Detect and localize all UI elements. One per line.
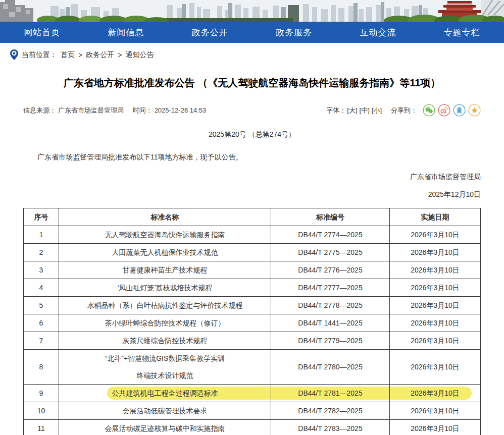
- font-size-small-button[interactable]: [小]: [372, 106, 382, 115]
- breadcrumb-separator: >: [118, 51, 122, 59]
- standards-table: 序号 标准名称 标准编号 实施日期 1 无人驾驶航空器海岛快件运输服务指南 DB…: [23, 208, 481, 435]
- cell-standard-name: 水稻品种（系）白叶枯病抗性鉴定与评价技术规程: [59, 297, 271, 314]
- time-value: 2025-12-26 14:53: [155, 106, 207, 114]
- breadcrumb-label: 当前位置：: [22, 50, 57, 60]
- nav-item-special-columns[interactable]: 专题专栏: [420, 22, 504, 43]
- cell-standard-code: DB44/T 2774—2025: [271, 226, 390, 244]
- weibo-share-icon[interactable]: [438, 104, 450, 117]
- table-row: 5 水稻品种（系）白叶枯病抗性鉴定与评价技术规程 DB44/T 2778—202…: [24, 297, 481, 314]
- table-row: 2 大田蔬菜无人机植保作业技术规范 DB44/T 2775—2025 2026年…: [24, 244, 481, 261]
- font-size-medium-button[interactable]: [中]: [360, 106, 370, 115]
- standards-table-body: 1 无人驾驶航空器海岛快件运输服务指南 DB44/T 2774—2025 202…: [24, 226, 481, 435]
- issue-date: 2025年12月10日: [23, 190, 481, 199]
- cell-impl-date: 2026年3月10日: [390, 402, 481, 420]
- article-meta: 信息来源：广东省市场监督管理局 时间：2025-12-26 14:53 字体： …: [23, 104, 481, 117]
- article: 广东省地方标准批准发布公告 （《无人驾驶航空器海岛快件运输服务指南》等11项） …: [0, 76, 504, 435]
- font-and-share-controls: 字体： [大] [中] [小] 分享到：: [326, 104, 481, 117]
- table-row: 7 灰茶尺蠖综合防控技术规程 DB44/T 2779—2025 2026年3月1…: [24, 332, 481, 350]
- breadcrumb-home[interactable]: 首页: [61, 50, 75, 60]
- cell-serial: 3: [24, 261, 59, 279]
- cell-serial: 11: [24, 420, 59, 435]
- nav-item-gov-services[interactable]: 政务服务: [252, 22, 336, 43]
- cell-serial: 10: [24, 402, 59, 420]
- document-number: 2025第20号 （总第274号）: [23, 130, 481, 139]
- cell-standard-code: DB44/T 2778—2025: [271, 297, 390, 314]
- source-label: 信息来源：: [23, 106, 56, 114]
- cell-standard-name: 无人驾驶航空器海岛快件运输服务指南: [59, 226, 271, 244]
- cell-standard-name: 大田蔬菜无人机植保作业技术规范: [59, 244, 271, 261]
- cell-serial: 9: [24, 385, 59, 402]
- favorite-star-icon[interactable]: [468, 104, 481, 117]
- cell-standard-name: 茶小绿叶蝉综合防控技术规程（修订）: [59, 314, 271, 332]
- table-row: 11 会展活动碳足迹核算与碳中和实施指南 DB44/T 2783—2025 20…: [24, 420, 481, 435]
- table-row: 4 ‘凤山红灯笼’荔枝栽培技术规程 DB44/T 2777—2025 2026年…: [24, 279, 481, 297]
- cell-impl-date: 2026年3月10日: [390, 279, 481, 297]
- cell-impl-date: 2026年3月10日: [390, 226, 481, 244]
- cell-impl-date: 2026年3月10日: [390, 350, 481, 385]
- time-label: 时间：: [133, 106, 153, 114]
- cell-impl-date: 2026年3月10日: [390, 297, 481, 314]
- cell-serial: 7: [24, 332, 59, 350]
- location-pin-icon: [10, 49, 18, 60]
- header-serial: 序号: [24, 208, 59, 226]
- font-size-large-button[interactable]: [大]: [347, 106, 357, 115]
- cell-impl-date: 2026年3月10日: [390, 244, 481, 261]
- article-source-time: 信息来源：广东省市场监督管理局 时间：2025-12-26 14:53: [23, 106, 208, 115]
- table-row: 9 公共建筑机电工程全过程调适标准 DB44/T 2781—2025 2026年…: [24, 385, 481, 402]
- cell-standard-code: DB44/T 2782—2025: [271, 402, 390, 420]
- main-nav: 网站首页 新闻信息 政务公开 政务服务 互动交流 专题专栏: [0, 22, 504, 43]
- cell-impl-date: 2026年3月10日: [390, 332, 481, 350]
- cell-serial: 2: [24, 244, 59, 261]
- issuer-name: 广东省市场监督管理局: [23, 173, 481, 182]
- cell-standard-code: DB44/T 2775—2025: [271, 244, 390, 261]
- table-header-row: 序号 标准名称 标准编号 实施日期: [24, 208, 481, 226]
- cell-standard-name: ‘凤山红灯笼’荔枝栽培技术规程: [59, 279, 271, 297]
- source-value: 广东省市场监督管理局: [58, 106, 124, 114]
- breadcrumb-separator: >: [78, 51, 82, 59]
- city-skyline-graphic: [0, 0, 504, 22]
- header-impl-date: 实施日期: [390, 208, 481, 226]
- cell-standard-name: 灰茶尺蠖综合防控技术规程: [59, 332, 271, 350]
- header-standard-name: 标准名称: [59, 208, 271, 226]
- cell-standard-code: DB44/T 1441—2025: [271, 314, 390, 332]
- cell-standard-name: 公共建筑机电工程全过程调适标准: [59, 385, 271, 402]
- cell-impl-date: 2026年3月10日: [390, 420, 481, 435]
- banner-image: [0, 0, 504, 22]
- header-standard-code: 标准编号: [271, 208, 390, 226]
- breadcrumb-gov-disclosure[interactable]: 政务公开: [86, 50, 114, 60]
- cell-standard-code: DB44/T 2779—2025: [271, 332, 390, 350]
- cell-serial: 1: [24, 226, 59, 244]
- qq-share-icon[interactable]: [453, 104, 466, 117]
- table-row: 1 无人驾驶航空器海岛快件运输服务指南 DB44/T 2774—2025 202…: [24, 226, 481, 244]
- table-row: 8 “北斗”+智慧物流GIS数据采集教学实训 终端技术设计规范 DB44/T 2…: [24, 350, 481, 385]
- table-row: 6 茶小绿叶蝉综合防控技术规程（修订） DB44/T 1441—2025 202…: [24, 314, 481, 332]
- nav-item-gov-disclosure[interactable]: 政务公开: [168, 22, 252, 43]
- cell-impl-date: 2026年3月10日: [390, 385, 481, 402]
- cell-serial: 8: [24, 350, 59, 385]
- cell-standard-code: DB44/T 2783—2025: [271, 420, 390, 435]
- cell-standard-name: 会展活动低碳管理技术要求: [59, 402, 271, 420]
- cell-serial: 6: [24, 314, 59, 332]
- announcement-body: 广东省市场监督管理局批准发布以下11项地方标准，现予以公告。: [23, 151, 481, 162]
- cell-impl-date: 2026年3月10日: [390, 314, 481, 332]
- table-row: 10 会展活动低碳管理技术要求 DB44/T 2782—2025 2026年3月…: [24, 402, 481, 420]
- share-label: 分享到：: [391, 106, 417, 115]
- cell-standard-name: 会展活动碳足迹核算与碳中和实施指南: [59, 420, 271, 435]
- nav-item-interaction[interactable]: 互动交流: [336, 22, 420, 43]
- breadcrumb: 当前位置： 首页 > 政务公开 > 通知公告: [0, 43, 504, 63]
- cell-standard-code: DB44/T 2776—2025: [271, 261, 390, 279]
- table-wrap: 序号 标准名称 标准编号 实施日期 1 无人驾驶航空器海岛快件运输服务指南 DB…: [23, 208, 481, 435]
- page-title: 广东省地方标准批准发布公告 （《无人驾驶航空器海岛快件运输服务指南》等11项）: [28, 76, 476, 90]
- breadcrumb-notices[interactable]: 通知公告: [125, 50, 154, 60]
- cell-standard-code: DB44/T 2781—2025: [271, 385, 390, 402]
- nav-item-home[interactable]: 网站首页: [0, 22, 84, 43]
- cell-standard-name: 甘薯健康种苗生产技术规程: [59, 261, 271, 279]
- cell-standard-code: DB44/T 2777—2025: [271, 279, 390, 297]
- font-size-label: 字体：: [326, 106, 346, 115]
- cell-standard-name: “北斗”+智慧物流GIS数据采集教学实训 终端技术设计规范: [59, 350, 271, 385]
- table-row: 3 甘薯健康种苗生产技术规程 DB44/T 2776—2025 2026年3月1…: [24, 261, 481, 279]
- cell-impl-date: 2026年3月10日: [390, 261, 481, 279]
- wechat-share-icon[interactable]: [423, 104, 435, 117]
- nav-item-news[interactable]: 新闻信息: [84, 22, 168, 43]
- cell-serial: 5: [24, 297, 59, 314]
